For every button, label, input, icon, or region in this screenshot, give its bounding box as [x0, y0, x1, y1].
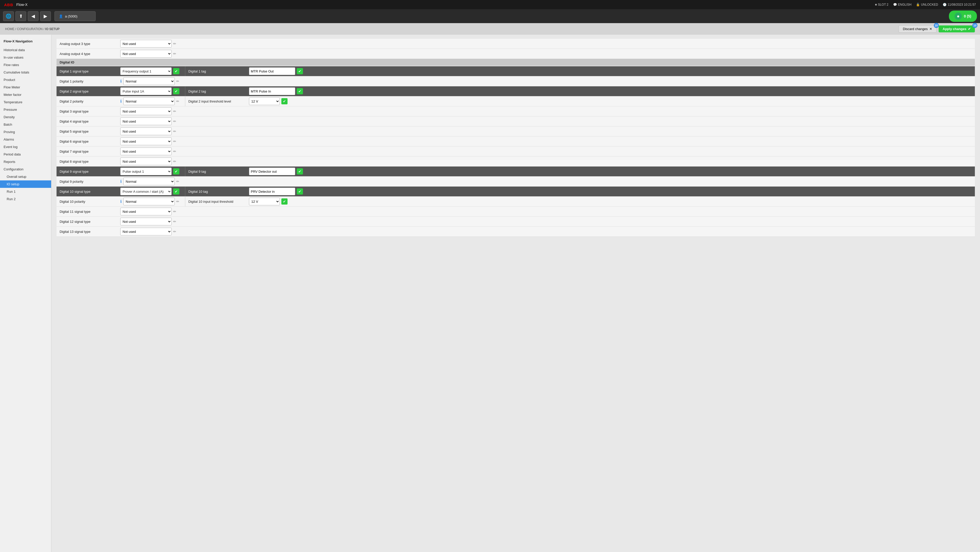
digital-2-polarity-select[interactable]: Normal: [123, 97, 175, 105]
digital-2-signal-select[interactable]: Pulse input 1A: [120, 87, 172, 95]
sidebar-item-density[interactable]: Density: [0, 113, 51, 121]
sidebar-item-overall-setup[interactable]: Overall setup: [0, 173, 51, 180]
digital-4-signal-row: Digital 4 signal type Not used ✏: [57, 116, 975, 126]
sidebar-item-proving[interactable]: Proving: [0, 128, 51, 136]
digital-10-signal-select[interactable]: Prover A common / start (A): [120, 188, 172, 195]
apply-button[interactable]: Apply changes ✔ 10: [939, 25, 975, 32]
forward-button[interactable]: ▶: [40, 11, 51, 21]
digital-10-tag-input[interactable]: [249, 188, 295, 195]
digital-9-check-icon[interactable]: ✔: [173, 168, 179, 175]
digital-1-tag-input[interactable]: [249, 67, 295, 75]
digital-13-edit-icon[interactable]: ✏: [173, 229, 176, 234]
back-button[interactable]: ◀: [28, 11, 38, 21]
sidebar-item-event-log[interactable]: Event log: [0, 143, 51, 151]
digital-10-check-icon[interactable]: ✔: [173, 188, 179, 194]
globe-button[interactable]: 🌐: [3, 11, 14, 21]
digital-10-polarity-select[interactable]: Normal: [123, 197, 175, 205]
digital-7-edit-icon[interactable]: ✏: [173, 149, 176, 153]
digital-9-polarity-info-icon: ℹ: [120, 179, 122, 184]
sidebar-item-reports[interactable]: Reports: [0, 158, 51, 165]
digital-2-threshold-check-icon[interactable]: ✔: [282, 98, 288, 104]
up-button[interactable]: ⬆: [16, 11, 26, 21]
digital-2-signal-label: Digital 2 signal type: [57, 88, 118, 95]
digital-10-threshold-section: Digital 10 input input threshold 12 V ✔: [185, 197, 975, 206]
digital-8-signal-select[interactable]: Not used: [120, 157, 172, 165]
digital-6-signal-select[interactable]: Not used: [120, 137, 172, 145]
digital-1-polarity-edit-icon[interactable]: ✏: [176, 79, 179, 83]
digital-9-tag-input[interactable]: [249, 167, 295, 175]
sidebar-item-in-use-values[interactable]: In-use values: [0, 54, 51, 61]
digital-7-signal-row: Digital 7 signal type Not used ✏: [57, 146, 975, 156]
discard-button[interactable]: Discard changes ✕ 10: [899, 25, 937, 33]
breadcrumb-home[interactable]: HOME: [5, 27, 14, 31]
sidebar-item-product[interactable]: Product: [0, 76, 51, 84]
count-button[interactable]: ● 0 (5): [949, 11, 977, 22]
main-layout: Flow-X Navigation Historical data In-use…: [0, 35, 980, 552]
digital-10-polarity-edit-icon[interactable]: ✏: [176, 199, 179, 204]
digital-9-polarity-edit-icon[interactable]: ✏: [176, 180, 179, 183]
sidebar-item-flow-meter[interactable]: Flow Meter: [0, 84, 51, 91]
digital-5-edit-icon[interactable]: ✏: [173, 129, 176, 134]
digital-2-signal-control: Pulse input 1A ✔: [118, 86, 185, 96]
digital-4-edit-icon[interactable]: ✏: [173, 119, 176, 123]
digital-2-threshold-section: Digital 2 input threshold level 12 V ✔: [185, 96, 975, 106]
digital-12-signal-select[interactable]: Not used: [120, 218, 172, 225]
digital-13-signal-select[interactable]: Not used: [120, 228, 172, 235]
sidebar-item-run1[interactable]: Run 1: [0, 188, 51, 195]
digital-10-tag-check-icon[interactable]: ✔: [297, 188, 303, 194]
digital-11-signal-row: Digital 11 signal type Not used ✏: [57, 207, 975, 216]
digital-9-tag-check-icon[interactable]: ✔: [297, 168, 303, 175]
analog-output-4-select[interactable]: Not used: [120, 50, 172, 57]
analog-output-3-edit-icon[interactable]: ✏: [173, 41, 176, 46]
digital-2-polarity-edit-icon[interactable]: ✏: [176, 99, 179, 103]
digital-12-edit-icon[interactable]: ✏: [173, 220, 176, 224]
digital-2-tag-check-icon[interactable]: ✔: [297, 88, 303, 94]
sidebar-item-temperature[interactable]: Temperature: [0, 99, 51, 106]
sidebar-item-batch[interactable]: Batch: [0, 121, 51, 128]
sidebar-item-alarms[interactable]: Alarms: [0, 136, 51, 143]
digital-9-signal-select[interactable]: Pulse output 1: [120, 167, 172, 175]
user-label: a (5000): [65, 14, 77, 18]
breadcrumb-config[interactable]: CONFIGURATION: [17, 27, 43, 31]
sidebar-item-cumulative-totals[interactable]: Cumulative totals: [0, 68, 51, 76]
sidebar: Flow-X Navigation Historical data In-use…: [0, 35, 51, 552]
digital-1-polarity-select[interactable]: Normal: [123, 77, 175, 85]
digital-io-header: Digital IO: [57, 59, 975, 66]
digital-2-check-icon[interactable]: ✔: [173, 88, 179, 94]
digital-2-signal-row: Digital 2 signal type Pulse input 1A ✔ D…: [57, 86, 975, 96]
digital-9-signal-row: Digital 9 signal type Pulse output 1 ✔ D…: [57, 167, 975, 177]
digital-2-threshold-select[interactable]: 12 V: [249, 97, 280, 105]
sidebar-item-run2[interactable]: Run 2: [0, 195, 51, 203]
analog-output-4-edit-icon[interactable]: ✏: [173, 52, 176, 56]
digital-10-threshold-select[interactable]: 12 V: [249, 197, 280, 205]
digital-3-signal-select[interactable]: Not used: [120, 107, 172, 115]
digital-10-polarity-control: ℹ Normal ✏: [118, 197, 185, 206]
digital-4-signal-select[interactable]: Not used: [120, 118, 172, 125]
sidebar-item-flow-rates[interactable]: Flow rates: [0, 61, 51, 68]
sidebar-item-pressure[interactable]: Pressure: [0, 106, 51, 113]
digital-2-tag-input[interactable]: [249, 87, 295, 95]
analog-output-3-control: Not used ✏: [118, 39, 185, 49]
digital-2-polarity-row: Digital 2 polarity ℹ Normal ✏ Digital 2 …: [57, 96, 975, 107]
sidebar-item-historical-data[interactable]: Historical data: [0, 46, 51, 54]
digital-1-signal-select[interactable]: Frequency output 1: [120, 67, 172, 75]
digital-9-polarity-select[interactable]: Normal: [123, 178, 175, 185]
digital-6-signal-label: Digital 6 signal type: [57, 138, 118, 145]
digital-1-check-icon[interactable]: ✔: [173, 68, 179, 74]
digital-5-signal-select[interactable]: Not used: [120, 127, 172, 135]
digital-2-tag-section: Digital 2 tag ✔: [185, 86, 975, 96]
digital-10-threshold-check-icon[interactable]: ✔: [282, 198, 288, 205]
sidebar-item-configuration[interactable]: Configuration: [0, 165, 51, 173]
digital-11-signal-select[interactable]: Not used: [120, 208, 172, 215]
digital-9-tag-control: ✔: [247, 167, 314, 176]
sidebar-item-io-setup[interactable]: IO setup: [0, 180, 51, 188]
digital-1-tag-check-icon[interactable]: ✔: [297, 68, 303, 74]
digital-8-edit-icon[interactable]: ✏: [173, 159, 176, 164]
analog-output-3-select[interactable]: Not used: [120, 40, 172, 48]
digital-7-signal-select[interactable]: Not used: [120, 148, 172, 155]
digital-3-edit-icon[interactable]: ✏: [173, 109, 176, 113]
sidebar-item-period-data[interactable]: Period data: [0, 151, 51, 158]
sidebar-item-meter-factor[interactable]: Meter factor: [0, 91, 51, 99]
digital-11-edit-icon[interactable]: ✏: [173, 210, 176, 213]
digital-6-edit-icon[interactable]: ✏: [173, 139, 176, 143]
